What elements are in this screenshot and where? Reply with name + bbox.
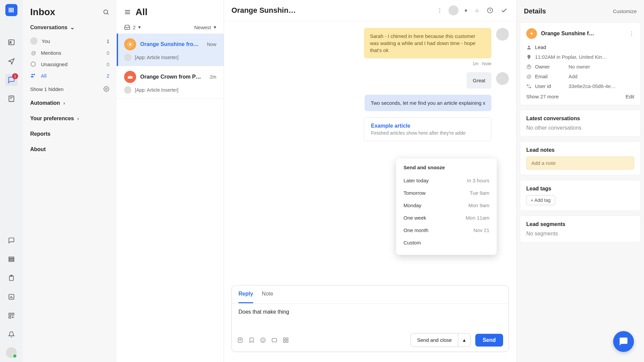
reply-editor[interactable]: Does that make thing [232,304,508,330]
svg-point-56 [528,65,530,67]
svg-rect-18 [9,313,11,315]
conversation-item[interactable]: Orange Sunshine fro… Now [App: Article I… [117,34,224,66]
show-more[interactable]: Show 27 more [526,94,559,99]
chat-title: Orange Sunshin… [231,6,431,15]
sidebar-item-all[interactable]: All 2 [23,70,117,81]
inbox-title: Inbox [30,7,55,17]
svg-rect-50 [286,338,288,340]
gif-icon[interactable] [271,337,277,343]
svg-rect-10 [9,259,14,260]
clock-icon[interactable] [485,6,495,15]
tab-reply[interactable]: Reply [238,285,253,303]
snooze-option[interactable]: TomorrowTue 9am [396,187,497,199]
conversations-toggle[interactable]: Conversations ⌄ [23,24,117,33]
reports-link[interactable]: Reports [23,126,117,142]
svg-point-47 [264,339,264,340]
note-message: Sarah - I chimed in here because this cu… [364,28,491,58]
send-button[interactable]: Send [475,334,503,347]
search-icon[interactable] [103,9,109,15]
location-icon [526,54,532,60]
about-link[interactable]: About [23,142,117,157]
chevron-down-icon: ▾ [214,24,216,30]
lists-icon[interactable] [5,253,17,265]
tray-icon [124,24,130,30]
at-icon: @ [526,74,532,79]
article-card[interactable]: Example article Finished articles show h… [364,117,491,141]
assignee-avatar[interactable] [448,5,459,15]
reports-icon[interactable] [5,291,17,303]
check-icon[interactable] [499,6,509,15]
lead-segments-heading: Lead segments [526,221,634,227]
user-avatar[interactable] [6,347,17,358]
avatar-icon [30,37,38,45]
svg-rect-51 [283,341,285,342]
more-icon[interactable]: ⋮ [629,31,634,37]
owner-icon [526,64,532,70]
notifications-icon[interactable] [5,328,17,341]
emoji-icon[interactable] [260,337,266,343]
svg-point-28 [106,88,107,90]
svg-point-5 [10,41,11,43]
add-tag-button[interactable]: + Add tag [526,195,555,205]
lead-tags-heading: Lead tags [526,186,634,192]
snooze-option[interactable]: MondayMon 9am [396,199,497,212]
chevron-down-icon[interactable]: ▾ [463,6,469,15]
snooze-option[interactable]: Later todayIn 3 hours [396,174,497,187]
svg-rect-20 [9,316,11,318]
preferences-link[interactable]: Your preferences› [23,111,117,126]
chat-small-icon[interactable] [5,234,17,246]
sort-dropdown[interactable]: Newest ▾ [194,24,216,30]
svg-rect-2 [11,8,12,12]
bookmark-icon[interactable] [249,337,255,343]
avatar-icon [496,28,509,41]
gear-icon[interactable] [103,86,109,92]
snooze-option[interactable]: Custom [396,236,497,249]
svg-rect-1 [10,8,11,12]
avatar-icon [124,86,131,94]
contacts-icon[interactable] [5,36,17,48]
edit-button[interactable]: Edit [626,94,634,99]
sidebar-item-you[interactable]: You 1 [23,35,117,47]
chevron-right-icon: › [63,100,65,106]
menu-icon[interactable] [124,9,131,15]
sidebar-item-mentions[interactable]: @Mentions 0 [23,47,117,58]
apps-icon[interactable] [5,310,17,322]
automation-link[interactable]: Automation› [23,95,117,111]
crown-icon [124,71,136,83]
insert-article-icon[interactable] [237,337,243,343]
chat-message: Two seconds, let me find you an article … [365,95,491,111]
svg-rect-4 [9,40,14,45]
snooze-option[interactable]: One monthNov 21 [396,224,497,236]
svg-rect-49 [283,338,285,340]
help-fab[interactable] [613,331,634,352]
svg-rect-19 [12,313,14,315]
svg-line-37 [128,42,129,43]
customize-button[interactable]: Customize [613,8,637,14]
send-and-close-button[interactable]: Send and close ▴ [411,333,470,347]
sun-icon [124,38,136,50]
svg-line-24 [107,13,109,15]
articles-icon[interactable] [5,93,17,105]
outbound-icon[interactable] [5,55,17,67]
more-icon[interactable]: ⋮ [436,6,444,15]
tab-note[interactable]: Note [262,285,273,303]
star-icon[interactable]: ☆ [473,6,481,15]
filter-count[interactable]: 2 ▾ [124,24,141,30]
snooze-option[interactable]: One weekMon 11am [396,212,497,224]
message-meta: 1m · Note [231,61,491,66]
sidebar-item-unassigned[interactable]: Unassigned 0 [23,58,117,70]
inbox-nav-icon[interactable]: 1 [5,74,17,86]
clipboard-icon[interactable] [5,272,17,284]
svg-rect-9 [9,257,14,258]
show-hidden[interactable]: Show 1 hidden [23,83,117,95]
svg-rect-0 [9,8,10,12]
app-logo[interactable] [5,4,17,16]
svg-line-38 [131,46,132,46]
add-note-input[interactable]: Add a note [526,156,634,170]
apps-icon[interactable] [283,337,289,343]
sun-icon [526,28,537,39]
conversation-item[interactable]: Orange Crown from P… 2m [App: Article In… [117,66,224,99]
lead-notes-heading: Lead notes [526,147,634,153]
svg-line-40 [131,42,132,43]
chevron-up-icon[interactable]: ▴ [458,333,470,347]
